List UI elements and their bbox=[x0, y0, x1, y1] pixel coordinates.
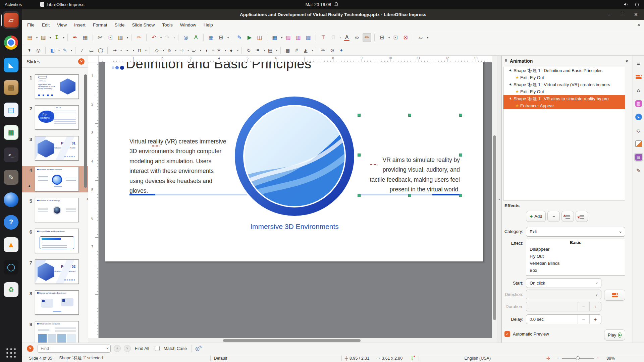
selection-handle[interactable] bbox=[408, 114, 411, 117]
dock-calc-icon[interactable]: ▦ bbox=[0, 121, 22, 143]
dock-gimp-icon[interactable]: ✎ bbox=[0, 166, 22, 188]
display-views-icon[interactable]: ⊞ bbox=[217, 33, 225, 42]
maximize-button[interactable] bbox=[620, 12, 625, 17]
print-icon[interactable]: ▦ bbox=[81, 33, 90, 42]
open-icon[interactable]: ▨ bbox=[39, 33, 48, 42]
slide-thumbnail-row[interactable]: 2 CONTENTS 目录 bbox=[22, 104, 88, 131]
slide-thumbnail[interactable]: Definition and Basic Principles bbox=[35, 167, 79, 191]
insert-line-icon[interactable]: ∕ bbox=[78, 46, 86, 54]
menu-slide[interactable]: Slide bbox=[111, 22, 128, 27]
slide-thumbnail-row[interactable]: 6 Current Market and Future Growth bbox=[22, 228, 88, 254]
slide-thumbnail[interactable]: Applications and Development of Virtual … bbox=[35, 74, 79, 99]
paste-icon[interactable]: ▥ bbox=[116, 33, 125, 42]
slide-thumbnail[interactable]: Applications in Entertainment PART- 02 bbox=[35, 259, 79, 284]
slide-caption-text[interactable]: Immersive 3D Environments bbox=[227, 223, 362, 231]
slides-panel-scrollbar[interactable] bbox=[84, 74, 87, 188]
save-icon[interactable]: ↧ bbox=[52, 33, 61, 42]
menu-tools[interactable]: Tools bbox=[158, 22, 176, 27]
vertical-scrollbar[interactable] bbox=[492, 56, 497, 338]
dock-vscode-icon[interactable]: ◣ bbox=[0, 54, 22, 76]
slide-thumbnail-row[interactable]: 9 Virtual Concerts and Events bbox=[22, 320, 88, 343]
language-status[interactable]: English (USA) bbox=[422, 356, 533, 361]
sidebar-tab-styles[interactable]: A bbox=[634, 86, 643, 95]
selection-handle[interactable] bbox=[459, 154, 462, 157]
curves-polygons-icon[interactable]: ~ bbox=[123, 46, 131, 54]
select-icon[interactable]: ➤ bbox=[24, 45, 35, 56]
fit-slide-icon[interactable]: ✛ bbox=[546, 356, 550, 361]
dock-ring-app-icon[interactable]: ◯ bbox=[0, 256, 22, 278]
font-color-icon[interactable]: A bbox=[342, 33, 351, 42]
redo-icon[interactable]: ↷ bbox=[163, 33, 172, 42]
clock-menu[interactable]: Mar 20 16:08 bbox=[306, 2, 339, 7]
dock-chrome-icon[interactable] bbox=[0, 31, 22, 54]
sidebar-tab-properties[interactable] bbox=[634, 72, 643, 81]
slide-thumbnail[interactable]: Gaming and Interactive Experiences bbox=[35, 290, 79, 315]
delete-slide-icon[interactable]: ⊠ bbox=[401, 33, 410, 42]
slide-editing-area[interactable]: Definition and Basic Principles Virtual … bbox=[99, 62, 492, 338]
slide-left-textbox[interactable]: Virtual reality (VR) creates immersive 3… bbox=[129, 137, 229, 196]
selection-handle[interactable] bbox=[459, 114, 462, 117]
image-filter-icon[interactable]: ◭ bbox=[302, 46, 310, 54]
selection-handle[interactable] bbox=[358, 194, 361, 197]
match-case-checkbox[interactable] bbox=[155, 346, 160, 351]
dock-terminal-icon[interactable]: >_ bbox=[0, 143, 22, 166]
sidebar-settings-menu-icon[interactable]: ≡ bbox=[634, 59, 643, 68]
horizontal-scrollbar[interactable] bbox=[88, 338, 497, 343]
sidebar-splitter[interactable]: ◂ bbox=[497, 56, 501, 343]
sidebar-tab-slide-transition[interactable] bbox=[634, 139, 643, 148]
fill-color-icon[interactable]: ◧ bbox=[49, 46, 56, 54]
animation-list-item[interactable]: Exit: Fly Out bbox=[503, 88, 625, 95]
selection-handle[interactable] bbox=[459, 194, 462, 197]
line-color-icon[interactable]: ✎ bbox=[61, 46, 69, 54]
special-character-icon[interactable]: Ω bbox=[329, 33, 338, 42]
dock-files-icon[interactable]: ▤ bbox=[0, 76, 22, 99]
animation-list-item[interactable]: Shape '标题 1': Definition and Basic Princ… bbox=[503, 67, 625, 74]
duration-decrease-button[interactable]: − bbox=[578, 302, 589, 311]
slide-right-textbox-selected[interactable]: VR aims to simulate reality by providing… bbox=[369, 155, 460, 195]
object-size-status[interactable]: 3.61 x 2.80 bbox=[382, 356, 410, 361]
slide-thumbnail[interactable]: Evolution of VR Technology bbox=[35, 198, 79, 222]
align-objects-icon[interactable]: ≡ bbox=[254, 46, 262, 54]
slide-thumbnail[interactable]: CONTENTS 目录 bbox=[35, 105, 79, 130]
glue-points-icon[interactable]: ⊙ bbox=[328, 46, 336, 54]
block-arrows-icon[interactable]: ⇨ bbox=[178, 46, 185, 54]
spelling-icon[interactable]: A bbox=[192, 33, 200, 42]
lines-and-arrows-icon[interactable]: ⇢ bbox=[111, 46, 118, 54]
arrange-icon[interactable]: ▤ bbox=[266, 46, 274, 54]
fontwork-icon[interactable]: ✦ bbox=[337, 46, 345, 54]
effect-options-button[interactable] bbox=[604, 290, 625, 301]
move-earlier-button[interactable] bbox=[561, 211, 574, 222]
close-window-button[interactable]: ✕ bbox=[633, 12, 639, 17]
close-slides-panel-button[interactable]: ✕ bbox=[78, 58, 85, 65]
activities-button[interactable]: Activities bbox=[5, 2, 22, 7]
menu-insert[interactable]: Insert bbox=[70, 22, 89, 27]
start-dropdown[interactable]: On click˅ bbox=[526, 278, 601, 288]
copy-icon[interactable]: ⊡ bbox=[106, 33, 115, 42]
zoom-slider-knob[interactable] bbox=[576, 356, 580, 360]
slide-image-circle[interactable] bbox=[233, 95, 356, 217]
menu-slide-show[interactable]: Slide Show bbox=[128, 22, 159, 27]
slide-thumbnail-row[interactable]: 1 Applications and Development of Virtua… bbox=[22, 73, 88, 100]
delay-spinner[interactable]: 0.0 sec − + bbox=[526, 314, 601, 324]
animation-list-item[interactable]: Shape '标题 1': VR aims to simulate realit… bbox=[503, 95, 625, 102]
direction-dropdown[interactable]: ˅ bbox=[526, 290, 601, 299]
find-next-button[interactable]: ˅ bbox=[124, 345, 131, 352]
zoom-in-button[interactable]: + bbox=[597, 356, 599, 361]
vertical-scrollbar-thumb[interactable] bbox=[493, 135, 496, 320]
symbol-shapes-icon[interactable]: ☺ bbox=[165, 46, 173, 54]
animation-list-item[interactable]: Shape '标题 1': Virtual reality (VR) creat… bbox=[503, 81, 625, 88]
display-grid-icon[interactable]: ▦ bbox=[207, 33, 215, 42]
duration-spinner[interactable]: − + bbox=[526, 302, 601, 311]
dock-vlc-icon[interactable]: ▲ bbox=[0, 233, 22, 256]
remove-effect-button[interactable]: − bbox=[547, 211, 560, 222]
panel-collapse-arrow[interactable]: ◂ bbox=[86, 193, 89, 205]
automatic-preview-checkbox[interactable]: ✓ bbox=[504, 331, 510, 337]
new-slide-icon[interactable]: ⊞ bbox=[378, 33, 386, 42]
find-replace-icon[interactable]: ◎ bbox=[181, 33, 190, 42]
3d-objects-icon[interactable]: ● bbox=[227, 46, 235, 54]
effect-option[interactable]: Venetian Blinds bbox=[526, 260, 625, 267]
close-find-bar-button[interactable]: ✕ bbox=[27, 345, 34, 352]
shadow-icon[interactable]: ▩ bbox=[284, 46, 291, 54]
insert-table-icon[interactable]: ▦ bbox=[270, 33, 279, 42]
rotate-icon[interactable]: ↻ bbox=[245, 46, 253, 54]
